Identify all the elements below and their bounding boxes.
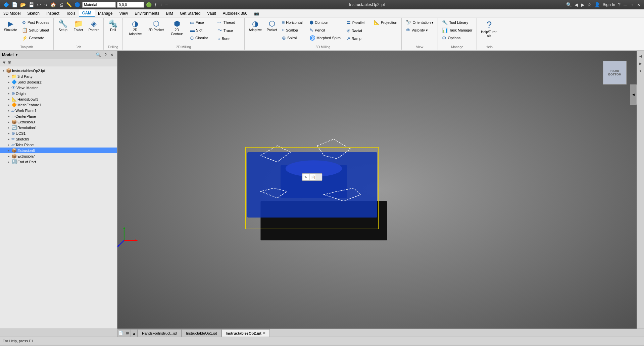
- menu-3dmodel[interactable]: 3D Model: [0, 9, 24, 17]
- help-icon[interactable]: ?: [617, 1, 621, 8]
- menu-autodesk360[interactable]: Autodesk 360: [219, 9, 251, 17]
- forward-btn[interactable]: ▶: [580, 1, 585, 8]
- viewport[interactable]: BACK BOTTOM ◀: [117, 51, 637, 329]
- tree-item-extrusion3[interactable]: ▸ 📦 Extrusion3: [0, 119, 117, 125]
- user-icon[interactable]: 👤: [594, 1, 601, 8]
- calc-btn[interactable]: 🔵: [74, 1, 81, 8]
- tree-item-solid-bodies[interactable]: ▸ 🔷 Solid Bodies(1): [0, 79, 117, 85]
- redo-btn[interactable]: ↪: [43, 1, 48, 8]
- close-btn[interactable]: ✕: [636, 2, 641, 7]
- folder-btn[interactable]: 📁 Folder: [71, 19, 86, 34]
- generate-btn[interactable]: ⚡ Generate: [20, 34, 51, 42]
- morphed-spiral-btn[interactable]: 🌀 Morphed Spiral: [307, 34, 344, 42]
- sign-in-btn[interactable]: Sign In: [602, 2, 616, 8]
- tab-instructables-op2[interactable]: InstructablesOp2.ipt ✕: [221, 329, 270, 337]
- tree-item-handsbowl3[interactable]: ▸ 📐 HandsBowl3: [0, 96, 117, 102]
- measure-btn[interactable]: 📏: [65, 1, 72, 8]
- search-icon[interactable]: 🔍: [565, 1, 573, 8]
- sidebar-expand-btn[interactable]: ◀: [638, 53, 644, 59]
- tree-item-extrusion6[interactable]: ▸ 📦 Extrusion6: [0, 148, 117, 153]
- tree-item-sketch9[interactable]: ▸ ✏ Sketch9: [0, 136, 117, 142]
- tab3-close[interactable]: ✕: [263, 331, 265, 335]
- menu-view[interactable]: View: [116, 9, 131, 17]
- pattern-btn[interactable]: ◈ Pattern: [87, 19, 101, 34]
- menu-get-started[interactable]: Get Started: [177, 9, 204, 17]
- menu-bim[interactable]: BIM: [163, 9, 177, 17]
- panel-close-btn[interactable]: ✕: [109, 52, 115, 58]
- circular-btn[interactable]: ⊙ Circular: [188, 34, 215, 42]
- options-btn[interactable]: ⚙ Options: [440, 34, 474, 42]
- tree-item-workplane1[interactable]: ▸ ▱ Work Plane1: [0, 108, 117, 113]
- tab-handsfor[interactable]: HandsForInstruct...ipt: [138, 329, 182, 337]
- tree-item-origin[interactable]: ▸ ⊕ Origin: [0, 91, 117, 96]
- undo-btn[interactable]: ↩: [36, 1, 42, 8]
- trace-btn[interactable]: 〜 Trace: [215, 26, 242, 35]
- pocket-btn[interactable]: ⬡ Pocket: [264, 19, 279, 34]
- menu-sketch[interactable]: Sketch: [24, 9, 43, 17]
- tree-item-extrusion7[interactable]: ▸ 📦 Extrusion7: [0, 153, 117, 159]
- face-btn[interactable]: ▭ Face: [188, 19, 215, 26]
- horizontal-btn[interactable]: ≡ Horizontal: [280, 19, 307, 26]
- projection-btn[interactable]: 📐 Projection: [372, 19, 399, 26]
- ramp-btn[interactable]: ↗ Ramp: [344, 35, 371, 42]
- 2d-adaptive-btn[interactable]: ◑ 2D Adaptive: [125, 19, 146, 38]
- tab-list-btn[interactable]: ⊞: [124, 329, 131, 337]
- 2d-pocket-btn[interactable]: ⬡ 2D Pocket: [146, 19, 166, 34]
- tab-icon-btn[interactable]: 📄: [117, 329, 124, 337]
- tree-item-instructables[interactable]: ▾ 📦 InstructablesOp2.ipt: [0, 68, 117, 73]
- setup-sheet-btn[interactable]: 📋 Setup Sheet: [20, 26, 51, 34]
- help-panel-btn[interactable]: ?: [103, 52, 108, 58]
- menu-vault[interactable]: Vault: [204, 9, 219, 17]
- setup-btn[interactable]: 🔧 Setup: [56, 19, 70, 34]
- post-process-btn[interactable]: ⚙ Post Process: [20, 19, 51, 26]
- sidebar-btn-3[interactable]: ▾: [638, 68, 644, 74]
- visibility-btn[interactable]: 👁 Visibility ▾: [404, 26, 436, 34]
- menu-environments[interactable]: Environments: [131, 9, 162, 17]
- minus-btn[interactable]: −: [164, 1, 168, 8]
- tool-library-btn[interactable]: 🔧 Tool Library: [440, 19, 474, 26]
- task-manager-btn[interactable]: 📊 Task Manager: [440, 26, 474, 34]
- thread-btn[interactable]: 〰 Thread: [215, 19, 242, 26]
- drill-btn[interactable]: 🔩 Drill: [106, 19, 120, 34]
- open-btn[interactable]: 📂: [19, 1, 27, 8]
- pencil-btn[interactable]: ✎ Pencil: [307, 26, 344, 34]
- model-dropdown-icon[interactable]: ▾: [16, 53, 17, 57]
- sidebar-btn-2[interactable]: ▶: [638, 60, 644, 66]
- star-icon[interactable]: ☆: [587, 1, 592, 8]
- slot-btn[interactable]: ▬ Slot: [188, 26, 215, 34]
- orientation-btn[interactable]: 🔭 Orientation ▾: [404, 19, 436, 26]
- 2d-contour-btn[interactable]: ⬢ 2D Contour: [166, 19, 187, 38]
- menu-cam[interactable]: CAM: [79, 9, 95, 17]
- maximize-btn[interactable]: □: [629, 2, 635, 7]
- parallel-btn[interactable]: 〓 Parallel: [344, 19, 371, 27]
- tree-item-centerplane[interactable]: ▸ ▱ CenterPlane: [0, 113, 117, 119]
- tab-up-btn[interactable]: ▲: [131, 329, 138, 337]
- color-btn[interactable]: 🟢: [145, 1, 152, 8]
- tree-item-meshfeature1[interactable]: ▸ 🔶 MeshFeature1: [0, 102, 117, 108]
- scallop-btn[interactable]: ≈ Scallop: [280, 26, 307, 34]
- group-icon[interactable]: ⊞: [8, 60, 11, 65]
- coords-input[interactable]: [117, 2, 144, 8]
- home-btn[interactable]: 🏠: [50, 1, 57, 8]
- plus-btn[interactable]: +: [159, 1, 163, 8]
- print-btn[interactable]: 🖨: [58, 1, 64, 8]
- formula-btn[interactable]: ƒ: [154, 1, 158, 8]
- menu-camera[interactable]: 📷: [251, 9, 262, 17]
- filter-btn[interactable]: 🔍: [95, 52, 102, 58]
- tree-item-end-of-part[interactable]: ▸ 🔚 End of Part: [0, 159, 117, 165]
- menu-manage[interactable]: Manage: [95, 9, 116, 17]
- menu-tools[interactable]: Tools: [63, 9, 79, 17]
- tree-item-view-master[interactable]: ▸ 👁 View: Master: [0, 85, 117, 91]
- tab-instructable-op1[interactable]: InstructableOp1.ipt: [182, 329, 221, 337]
- spiral-btn[interactable]: ⊛ Spiral: [280, 34, 307, 42]
- tree-item-3rdparty[interactable]: ▸ 📁 3rd Party: [0, 73, 117, 79]
- tree-item-tabs-plane[interactable]: ▸ ▱ Tabs Plane: [0, 142, 117, 148]
- menu-inspect[interactable]: Inspect: [43, 9, 63, 17]
- tree-item-revolution1[interactable]: ▸ 🔄 Revolution1: [0, 125, 117, 130]
- back-btn[interactable]: ◀: [574, 1, 579, 8]
- radial-btn[interactable]: ✳ Radial: [344, 27, 371, 35]
- simulate-btn[interactable]: ▶ Simulate: [2, 19, 19, 34]
- save-btn[interactable]: 💾: [28, 1, 35, 8]
- adaptive-btn[interactable]: ◑ Adaptive: [247, 19, 264, 34]
- help-tutorials-btn[interactable]: ? Help/Tutorials: [479, 19, 500, 40]
